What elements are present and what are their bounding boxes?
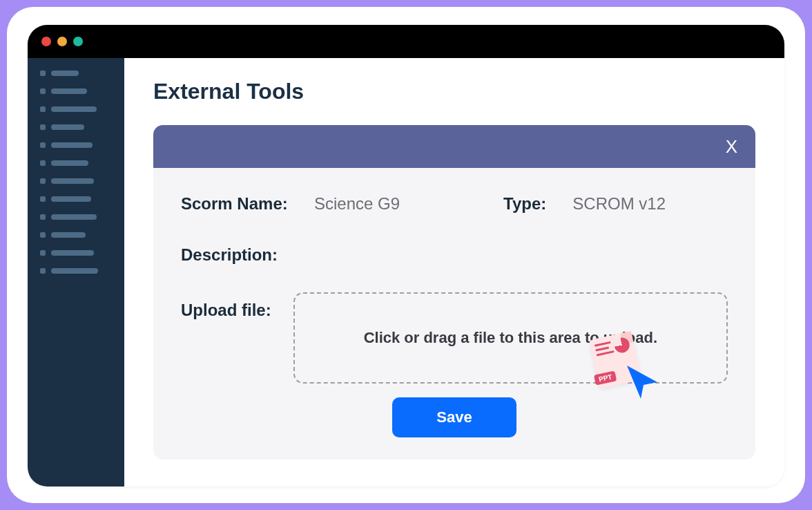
page-title: External Tools	[153, 79, 755, 104]
sidebar	[28, 58, 124, 487]
field-upload: Upload file: Click or drag a file to thi…	[181, 292, 728, 384]
type-value: SCROM v12	[572, 194, 666, 214]
window-minimize-dot[interactable]	[57, 37, 67, 46]
window-close-dot[interactable]	[41, 37, 51, 46]
sidebar-item-icon	[40, 70, 46, 76]
main-content: External Tools X Scorm Name: Science G9	[124, 58, 784, 487]
sidebar-item[interactable]	[40, 196, 112, 202]
sidebar-item[interactable]	[40, 106, 112, 112]
upload-label: Upload file:	[181, 292, 271, 320]
field-type: Type: SCROM v12	[503, 194, 666, 214]
sidebar-item-label	[51, 160, 88, 166]
panel-body: Scorm Name: Science G9 Type: SCROM v12	[153, 168, 755, 460]
panel-header: X	[153, 125, 755, 168]
save-row: Save	[181, 397, 728, 437]
sidebar-item-icon	[40, 196, 46, 202]
close-icon[interactable]: X	[726, 136, 737, 158]
sidebar-item-icon	[40, 250, 46, 256]
sidebar-item-icon	[40, 160, 46, 166]
sidebar-item-label	[51, 268, 98, 274]
sidebar-item[interactable]	[40, 268, 112, 274]
content-area: External Tools X Scorm Name: Science G9	[28, 58, 784, 487]
field-description: Description:	[181, 245, 728, 265]
sidebar-item-icon	[40, 106, 46, 112]
sidebar-item[interactable]	[40, 214, 112, 220]
window-maximize-dot[interactable]	[73, 37, 83, 46]
sidebar-item-label	[51, 178, 94, 184]
sidebar-item[interactable]	[40, 160, 112, 166]
sidebar-item-icon	[40, 88, 46, 94]
sidebar-item-icon	[40, 178, 46, 184]
sidebar-item-label	[51, 106, 97, 112]
type-label: Type:	[503, 194, 546, 214]
upload-hint: Click or drag a file to this area to upl…	[364, 329, 657, 347]
sidebar-item-label	[51, 250, 94, 256]
description-label: Description:	[181, 245, 302, 265]
save-button[interactable]: Save	[392, 397, 516, 437]
sidebar-item-icon	[40, 124, 46, 130]
scorm-name-value: Science G9	[314, 194, 400, 214]
sidebar-item[interactable]	[40, 178, 112, 184]
window-titlebar	[28, 25, 784, 58]
sidebar-item[interactable]	[40, 124, 112, 130]
sidebar-item-icon	[40, 214, 46, 220]
upload-panel: X Scorm Name: Science G9 Type: SCROM v1	[153, 125, 755, 460]
sidebar-item-label	[51, 196, 91, 202]
upload-dropzone[interactable]: Click or drag a file to this area to upl…	[293, 292, 728, 384]
scorm-name-label: Scorm Name:	[181, 194, 302, 214]
file-type-badge: PPT	[594, 370, 617, 385]
sidebar-item[interactable]	[40, 232, 112, 238]
sidebar-item-icon	[40, 232, 46, 238]
sidebar-item-label	[51, 214, 97, 220]
sidebar-item-label	[51, 88, 87, 94]
sidebar-item-icon	[40, 142, 46, 148]
browser-window: External Tools X Scorm Name: Science G9	[28, 25, 784, 487]
sidebar-item[interactable]	[40, 88, 112, 94]
sidebar-item[interactable]	[40, 70, 112, 76]
field-scorm-name: Scorm Name: Science G9	[181, 194, 400, 214]
sidebar-item-label	[51, 70, 79, 76]
form-row-top: Scorm Name: Science G9 Type: SCROM v12	[181, 194, 728, 214]
sidebar-item[interactable]	[40, 142, 112, 148]
sidebar-item-label	[51, 124, 84, 130]
sidebar-item-label	[51, 142, 93, 148]
sidebar-item-label	[51, 232, 86, 238]
app-shell: External Tools X Scorm Name: Science G9	[7, 7, 805, 503]
sidebar-item-icon	[40, 268, 46, 274]
cursor-icon	[626, 364, 660, 402]
sidebar-item[interactable]	[40, 250, 112, 256]
